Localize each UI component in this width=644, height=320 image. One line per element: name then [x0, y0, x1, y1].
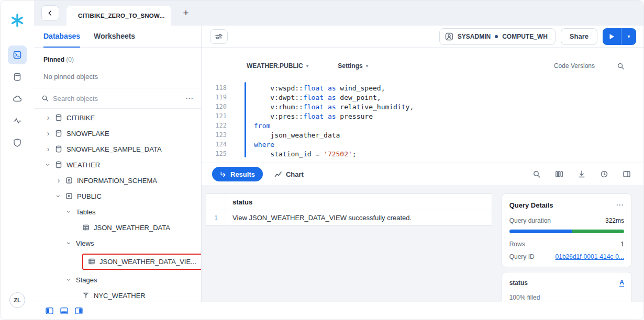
toggle-bottom-panel-icon[interactable]: [60, 307, 68, 314]
results-toolbar: Results Chart: [202, 163, 643, 185]
query-duration-value: 322ms: [605, 217, 624, 224]
tree-group-views[interactable]: › Views: [34, 235, 201, 251]
database-icon: [55, 114, 62, 121]
code-text: station_id = '72502';: [227, 150, 357, 158]
tree-item-public[interactable]: › PUBLIC: [34, 188, 201, 204]
rows-value: 1: [620, 241, 624, 248]
code-line[interactable]: 120 v:rhum::float as relative_humidity,: [202, 102, 643, 111]
add-worksheet-button[interactable]: +: [180, 7, 192, 19]
column-type-badge[interactable]: A: [619, 279, 624, 287]
rows-label: Rows: [509, 241, 525, 248]
tree-item-nyc-weather[interactable]: NYC_WEATHER: [34, 288, 201, 302]
results-body: status 1 View JSON_WEATHER_DATA_VIEW suc…: [202, 185, 643, 302]
history-clock-icon[interactable]: [600, 170, 608, 178]
chevron-right-icon[interactable]: ›: [56, 176, 61, 185]
query-id-label: Query ID: [509, 253, 535, 260]
object-browser-sidebar: Databases Worksheets Pinned (0) No pinne…: [34, 26, 202, 302]
line-number: 118: [202, 84, 227, 92]
chevron-down-icon: ▾: [306, 63, 309, 68]
tree-group-stages[interactable]: › Stages: [34, 272, 201, 288]
code-text: v:wspd::float as wind_speed,: [227, 84, 385, 92]
code-text: v:pres::float as pressure: [227, 112, 373, 120]
code-line[interactable]: 119 v:dwpt::float as dew_point,: [202, 93, 643, 102]
query-details-more-button[interactable]: ⋯: [616, 200, 624, 210]
rail-worksheets-button[interactable]: [8, 45, 27, 64]
status-column-row: status A: [509, 279, 624, 287]
run-options-button[interactable]: ▾: [621, 28, 636, 45]
tree-label: SNOWFLAKE_SAMPLE_DATA: [66, 145, 162, 153]
column-header-status[interactable]: status: [226, 194, 259, 210]
tree-item-json-weather-data-view[interactable]: JSON_WEATHER_DATA_VIE...: [34, 251, 201, 272]
chart-tab[interactable]: Chart: [274, 170, 304, 178]
search-more-button[interactable]: ⋯: [185, 94, 194, 103]
results-search-icon[interactable]: [532, 170, 541, 178]
status-column-label: status: [509, 279, 528, 287]
tree-item-snowflake-sample-data[interactable]: › SNOWFLAKE_SAMPLE_DATA: [34, 141, 201, 157]
line-number: 119: [202, 94, 227, 101]
chevron-right-icon[interactable]: ›: [46, 145, 51, 153]
results-tab[interactable]: Results: [212, 167, 263, 181]
code-line[interactable]: 122 from: [202, 121, 643, 130]
database-context-selector[interactable]: WEATHER.PUBLIC ▾: [247, 62, 308, 70]
main-column: CITIBIKE_ZERO_TO_SNOW... + Databases Wor…: [34, 1, 643, 319]
tree-item-citibike[interactable]: › CITIBIKE: [34, 110, 201, 125]
back-button[interactable]: [41, 5, 59, 21]
code-versions-button[interactable]: Code Versions: [554, 62, 595, 70]
code-line[interactable]: 123 json_weather_data: [202, 130, 643, 140]
search-objects-input[interactable]: [53, 95, 181, 102]
chevron-down-icon[interactable]: ›: [65, 277, 73, 282]
worksheet-toolbar: SYSADMIN COMPUTE_WH Share ▾: [202, 26, 643, 48]
line-number: 123: [202, 131, 227, 139]
columns-icon[interactable]: [555, 170, 563, 178]
tab-worksheets[interactable]: Worksheets: [94, 26, 135, 48]
chevron-down-icon[interactable]: ›: [65, 241, 73, 246]
rail-activity-button[interactable]: [8, 111, 27, 130]
chevron-right-icon[interactable]: ›: [46, 113, 51, 122]
tree-group-tables[interactable]: › Tables: [34, 204, 201, 220]
chevron-down-icon[interactable]: ›: [54, 193, 63, 199]
toggle-left-panel-icon[interactable]: [46, 307, 53, 314]
run-button-group: ▾: [603, 28, 636, 45]
tab-databases[interactable]: Databases: [43, 26, 80, 48]
user-avatar[interactable]: ZL: [9, 292, 25, 308]
share-button[interactable]: Share: [561, 28, 597, 45]
tree-item-snowflake[interactable]: › SNOWFLAKE: [34, 125, 201, 141]
pinned-section: Pinned (0) No pinned objects: [34, 48, 201, 88]
tree-item-json-weather-data[interactable]: JSON_WEATHER_DATA: [34, 220, 201, 235]
query-duration-row: Query duration 322ms: [509, 217, 624, 224]
row-number-header: [206, 194, 226, 210]
editor-search-icon[interactable]: [617, 62, 625, 70]
query-id-link[interactable]: 01b26d1f-0001-414c-0...: [556, 253, 624, 260]
code-line[interactable]: 118 v:wspd::float as wind_speed,: [202, 83, 643, 93]
rail-admin-button[interactable]: [8, 133, 27, 152]
settings-selector[interactable]: Settings ▾: [338, 62, 368, 70]
worksheet-options-button[interactable]: [210, 29, 228, 44]
tree-label: WEATHER: [66, 161, 100, 169]
tree-item-weather[interactable]: › WEATHER: [34, 157, 201, 173]
side-panel-icon[interactable]: [623, 170, 631, 178]
code-line[interactable]: 125 station_id = '72502';: [202, 149, 643, 158]
code-text: where: [227, 141, 274, 148]
role-warehouse-selector[interactable]: SYSADMIN COMPUTE_WH: [439, 28, 556, 45]
worksheet-tabstrip: CITIBIKE_ZERO_TO_SNOW... +: [34, 1, 643, 26]
download-icon[interactable]: [578, 170, 586, 178]
chevron-down-icon[interactable]: ›: [65, 209, 73, 214]
run-button[interactable]: [603, 28, 621, 45]
rail-marketplace-button[interactable]: [8, 89, 27, 108]
role-label: SYSADMIN: [458, 33, 491, 40]
toggle-right-panel-icon[interactable]: [75, 307, 83, 314]
rail-data-button[interactable]: [8, 67, 27, 86]
code-line[interactable]: 121 v:pres::float as pressure: [202, 111, 643, 121]
sheet-header: WEATHER.PUBLIC ▾ Settings ▾ Code Version…: [202, 48, 643, 77]
code-line[interactable]: 124 where: [202, 140, 643, 149]
chart-line-icon: [274, 170, 282, 178]
tree-item-information-schema[interactable]: › INFORMATION_SCHEMA: [34, 173, 201, 188]
sql-editor[interactable]: 118 v:wspd::float as wind_speed, 119 v:d…: [202, 77, 643, 163]
schema-icon: [65, 192, 73, 200]
table-icon: [82, 224, 90, 231]
chevron-right-icon[interactable]: ›: [46, 129, 51, 138]
tree-label: CITIBIKE: [66, 114, 95, 122]
worksheet-tab[interactable]: CITIBIKE_ZERO_TO_SNOW...: [66, 6, 171, 26]
chevron-down-icon[interactable]: ›: [44, 162, 52, 167]
table-row[interactable]: 1 View JSON_WEATHER_DATA_VIEW successful…: [206, 210, 492, 225]
